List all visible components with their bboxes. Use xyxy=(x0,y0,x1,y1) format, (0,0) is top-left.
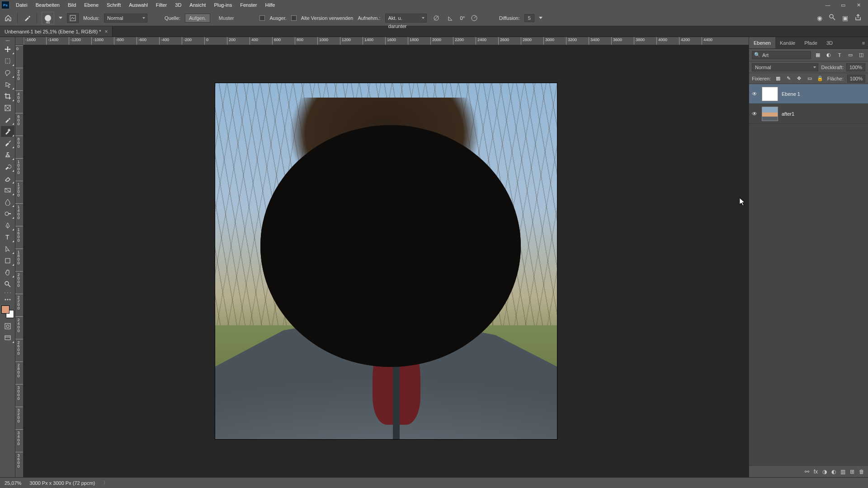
ruler-origin[interactable] xyxy=(15,37,24,45)
brush-preview[interactable]: 46 xyxy=(42,12,54,24)
minimize-icon[interactable]: — xyxy=(820,0,835,10)
screenmode-icon[interactable] xyxy=(1,333,14,343)
aufnehm-dropdown[interactable]: Akt. u. darunter xyxy=(385,14,427,23)
panel-menu-icon[interactable]: ≡ xyxy=(859,37,868,48)
dodge-tool[interactable] xyxy=(1,208,14,219)
eraser-tool[interactable] xyxy=(1,173,14,184)
layer-search[interactable]: 🔍 Art xyxy=(752,51,811,59)
adjustment-icon[interactable]: ◐ xyxy=(831,469,836,475)
modus-dropdown[interactable]: Normal xyxy=(104,14,147,23)
type-tool[interactable]: T xyxy=(1,232,14,243)
zoom-level[interactable]: 25,07% xyxy=(5,480,21,486)
menu-bearbeiten[interactable]: Bearbeiten xyxy=(32,0,64,10)
layer-thumbnail[interactable] xyxy=(762,107,778,121)
document-tab[interactable]: Unbenannt-1 bei 25,1% (Ebene 1, RGB/8) *… xyxy=(0,26,113,37)
menu-bild[interactable]: Bild xyxy=(64,0,80,10)
menu-3d[interactable]: 3D xyxy=(171,0,185,10)
fx-icon[interactable]: fx xyxy=(814,469,818,475)
opacity-value[interactable]: 100% xyxy=(846,63,865,71)
menu-schrift[interactable]: Schrift xyxy=(103,0,125,10)
menu-hilfe[interactable]: Hilfe xyxy=(261,0,279,10)
pen-tool[interactable] xyxy=(1,220,14,231)
healing-brush-tool[interactable] xyxy=(1,126,14,137)
lock-paint-icon[interactable]: ✎ xyxy=(785,75,792,82)
layer-thumbnail[interactable] xyxy=(762,87,778,101)
selection-tool[interactable] xyxy=(1,79,14,90)
eyedropper-tool[interactable] xyxy=(1,114,14,125)
aufgen-button[interactable]: Aufgen. xyxy=(185,14,210,23)
blur-tool[interactable] xyxy=(1,197,14,207)
menu-auswahl[interactable]: Auswahl xyxy=(125,0,152,10)
doc-info[interactable]: 3000 Px x 3000 Px (72 ppcm) xyxy=(29,480,95,486)
artboard-tool[interactable] xyxy=(1,56,14,66)
ausger-checkbox[interactable] xyxy=(259,15,265,21)
diffusion-value[interactable]: 5 xyxy=(524,14,534,22)
menu-ansicht[interactable]: Ansicht xyxy=(185,0,210,10)
ruler-vertical[interactable]: 0200400600800100012001400160018002000220… xyxy=(15,45,24,477)
link-layers-icon[interactable]: ⚯ xyxy=(805,469,809,475)
maximize-icon[interactable]: ▭ xyxy=(835,0,851,10)
lock-artboard-icon[interactable]: ▭ xyxy=(806,75,813,82)
brush-panel-icon[interactable] xyxy=(67,13,79,23)
visibility-icon[interactable]: 👁 xyxy=(752,111,758,117)
filter-shape-icon[interactable]: ▭ xyxy=(846,51,854,59)
fill-value[interactable]: 100% xyxy=(847,75,865,83)
menu-ebene[interactable]: Ebene xyxy=(80,0,103,10)
filter-type-icon[interactable]: T xyxy=(835,51,844,59)
layer-row[interactable]: 👁 after1 xyxy=(749,104,868,124)
close-tab-icon[interactable]: × xyxy=(104,26,108,37)
quickmask-icon[interactable] xyxy=(1,321,14,332)
layer-row[interactable]: 👁 Ebene 1 xyxy=(749,84,868,104)
zoom-tool[interactable] xyxy=(1,279,14,290)
diffusion-stepper-icon[interactable] xyxy=(539,17,542,19)
ruler-horizontal[interactable]: -1600-1400-1200-1000-800-600-400-2000200… xyxy=(24,37,749,45)
lock-all-icon[interactable]: 🔒 xyxy=(816,75,823,82)
share-icon[interactable] xyxy=(854,14,862,22)
filter-adjust-icon[interactable]: ◐ xyxy=(825,51,833,59)
tab-3d[interactable]: 3D xyxy=(822,37,837,48)
menu-filter[interactable]: Filter xyxy=(152,0,171,10)
arrange-icon[interactable]: ▣ xyxy=(842,14,848,22)
toolbar-grip[interactable] xyxy=(1,38,14,43)
tab-pfade[interactable]: Pfade xyxy=(800,37,822,48)
blend-mode-dropdown[interactable]: Normal xyxy=(752,63,818,71)
visibility-icon[interactable]: 👁 xyxy=(752,91,758,97)
lasso-tool[interactable] xyxy=(1,67,14,78)
history-brush-tool[interactable] xyxy=(1,161,14,172)
menu-fenster[interactable]: Fenster xyxy=(236,0,261,10)
muster-button[interactable]: Muster xyxy=(215,14,238,23)
layer-name[interactable]: Ebene 1 xyxy=(782,91,800,97)
color-swatches[interactable] xyxy=(1,305,14,318)
frame-tool[interactable] xyxy=(1,103,14,113)
filter-image-icon[interactable]: ▦ xyxy=(814,51,822,59)
foreground-color[interactable] xyxy=(1,305,9,314)
lock-pixels-icon[interactable]: ▩ xyxy=(774,75,781,82)
filter-smart-icon[interactable]: ◫ xyxy=(857,51,865,59)
edit-toolbar-icon[interactable] xyxy=(1,296,14,303)
ignore-adjust-icon[interactable] xyxy=(431,13,441,23)
cloud-icon[interactable]: ◉ xyxy=(817,14,822,22)
search-icon[interactable] xyxy=(829,14,836,22)
mask-icon[interactable]: ◑ xyxy=(822,469,827,475)
move-tool[interactable] xyxy=(1,44,14,55)
brush-tool[interactable] xyxy=(1,138,14,149)
tool-preset-icon[interactable] xyxy=(22,13,32,23)
crop-tool[interactable] xyxy=(1,91,14,102)
menu-datei[interactable]: Datei xyxy=(12,0,32,10)
chevron-right-icon[interactable]: 〉 xyxy=(103,479,108,486)
alte-checkbox[interactable] xyxy=(291,15,297,21)
tab-kanaele[interactable]: Kanäle xyxy=(775,37,800,48)
pressure-icon[interactable] xyxy=(469,13,479,23)
layer-name[interactable]: after1 xyxy=(782,111,794,117)
new-layer-icon[interactable]: ⊞ xyxy=(850,469,854,475)
hand-tool[interactable] xyxy=(1,267,14,278)
close-icon[interactable]: ✕ xyxy=(851,0,866,10)
clone-stamp-tool[interactable] xyxy=(1,150,14,160)
group-icon[interactable]: ▥ xyxy=(840,469,845,475)
path-select-tool[interactable] xyxy=(1,244,14,254)
lock-position-icon[interactable]: ✥ xyxy=(796,75,802,82)
menu-plugins[interactable]: Plug-ins xyxy=(210,0,236,10)
tab-ebenen[interactable]: Ebenen xyxy=(749,37,775,48)
angle-value[interactable]: 0° xyxy=(460,15,465,21)
brush-picker-icon[interactable] xyxy=(59,17,62,19)
